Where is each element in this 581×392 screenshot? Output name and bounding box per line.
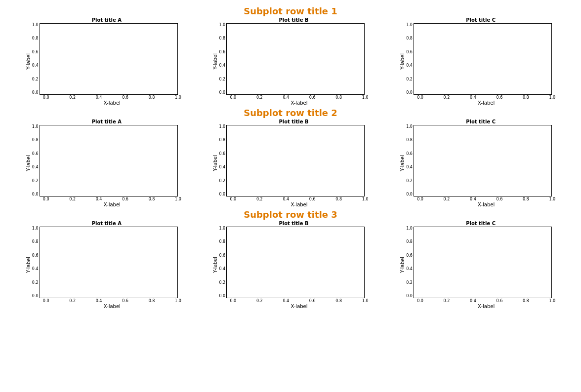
y-tick: 0.4 xyxy=(32,267,39,271)
x-tick: 0.4 xyxy=(283,197,289,201)
y-tick: 0.2 xyxy=(219,78,225,81)
y-tick: 0.0 xyxy=(32,294,39,298)
x-tick: 0.8 xyxy=(149,197,155,201)
plot-area: Plot title C1.00.80.60.40.20.00.00.20.40… xyxy=(406,119,555,207)
plot-area: Plot title B1.00.80.60.40.20.00.00.20.40… xyxy=(219,119,368,207)
plot-area: Plot title C1.00.80.60.40.20.00.00.20.40… xyxy=(406,221,555,309)
y-axis-label: Y-label xyxy=(212,155,218,171)
x-tick: 0.2 xyxy=(256,299,263,303)
x-tick: 0.8 xyxy=(335,197,342,201)
plot-box xyxy=(226,125,365,196)
x-axis-label: X-label xyxy=(417,202,555,207)
x-tick: 1.0 xyxy=(549,95,555,100)
y-ticks: 1.00.80.60.40.20.0 xyxy=(406,227,414,298)
plot-with-yaxis: 1.00.80.60.40.20.0 xyxy=(32,23,181,95)
y-tick: 1.0 xyxy=(32,125,39,129)
x-tick: 0.2 xyxy=(69,197,76,201)
y-ticks: 1.00.80.60.40.20.0 xyxy=(32,125,40,196)
y-tick: 1.0 xyxy=(219,125,225,129)
plot-wrapper-r1-p3: Y-labelPlot title C1.00.80.60.40.20.00.0… xyxy=(400,17,555,106)
y-axis-label: Y-label xyxy=(212,257,218,273)
x-ticks-row: 0.00.20.40.60.81.0 xyxy=(417,95,555,100)
x-ticks-row: 0.00.20.40.60.81.0 xyxy=(43,299,181,303)
plot-area: Plot title A1.00.80.60.40.20.00.00.20.40… xyxy=(32,221,181,309)
plot-wrapper-r3-p3: Y-labelPlot title C1.00.80.60.40.20.00.0… xyxy=(400,221,555,309)
y-tick: 0.2 xyxy=(219,281,225,285)
y-ticks: 1.00.80.60.40.20.0 xyxy=(32,227,40,298)
y-tick: 0.4 xyxy=(219,64,225,68)
plot-box xyxy=(414,125,552,196)
plot-with-yaxis: 1.00.80.60.40.20.0 xyxy=(406,227,555,298)
row-section-1: Subplot row title 1Y-labelPlot title A1.… xyxy=(10,6,571,106)
y-tick: 0.6 xyxy=(32,152,39,156)
y-tick: 1.0 xyxy=(32,23,39,27)
plots-row-3: Y-labelPlot title A1.00.80.60.40.20.00.0… xyxy=(10,221,571,309)
y-axis-label: Y-label xyxy=(26,257,31,273)
plot-title: Plot title B xyxy=(219,119,368,124)
x-tick: 1.0 xyxy=(175,197,181,201)
y-tick: 0.6 xyxy=(32,50,39,54)
row-title-3: Subplot row title 3 xyxy=(244,209,337,220)
row-section-3: Subplot row title 3Y-labelPlot title A1.… xyxy=(10,209,571,309)
x-tick: 0.6 xyxy=(122,197,128,201)
x-tick: 0.4 xyxy=(283,95,289,100)
x-tick: 0.8 xyxy=(335,299,342,303)
y-ticks: 1.00.80.60.40.20.0 xyxy=(406,125,414,196)
x-tick: 0.4 xyxy=(96,197,102,201)
y-tick: 0.8 xyxy=(219,37,225,40)
y-tick: 0.6 xyxy=(219,50,225,54)
plot-with-yaxis: 1.00.80.60.40.20.0 xyxy=(219,23,368,95)
x-tick: 0.6 xyxy=(122,299,128,303)
plot-area: Plot title B1.00.80.60.40.20.00.00.20.40… xyxy=(219,17,368,106)
plot-wrapper-r2-p3: Y-labelPlot title C1.00.80.60.40.20.00.0… xyxy=(400,119,555,207)
row-section-2: Subplot row title 2Y-labelPlot title A1.… xyxy=(10,108,571,207)
plot-title: Plot title C xyxy=(406,221,555,226)
x-tick: 0.2 xyxy=(444,197,450,201)
plot-area: Plot title A1.00.80.60.40.20.00.00.20.40… xyxy=(32,17,181,106)
plot-box xyxy=(226,227,365,298)
x-tick: 1.0 xyxy=(549,299,555,303)
x-tick: 0.6 xyxy=(497,95,503,100)
x-tick: 0.8 xyxy=(149,299,155,303)
x-tick: 1.0 xyxy=(549,197,555,201)
plot-box xyxy=(40,227,178,298)
y-ticks: 1.00.80.60.40.20.0 xyxy=(219,23,226,95)
y-tick: 0.0 xyxy=(219,294,225,298)
y-tick: 0.0 xyxy=(32,193,39,196)
plot-area: Plot title C1.00.80.60.40.20.00.00.20.40… xyxy=(406,17,555,106)
y-tick: 0.4 xyxy=(219,267,225,271)
x-axis-label: X-label xyxy=(230,202,368,207)
plot-with-yaxis: 1.00.80.60.40.20.0 xyxy=(32,125,181,196)
plot-with-yaxis: 1.00.80.60.40.20.0 xyxy=(406,23,555,95)
plot-area: Plot title B1.00.80.60.40.20.00.00.20.40… xyxy=(219,221,368,309)
plot-with-yaxis: 1.00.80.60.40.20.0 xyxy=(32,227,181,298)
y-tick: 0.0 xyxy=(406,294,413,298)
x-axis-label: X-label xyxy=(43,304,181,309)
x-tick: 0.8 xyxy=(149,95,155,100)
x-tick: 0.6 xyxy=(122,95,128,100)
y-tick: 0.6 xyxy=(219,254,225,258)
x-tick: 0.6 xyxy=(497,299,503,303)
y-ticks: 1.00.80.60.40.20.0 xyxy=(219,227,226,298)
y-tick: 1.0 xyxy=(406,125,413,129)
x-axis-label: X-label xyxy=(417,304,555,309)
y-axis-label: Y-label xyxy=(400,257,405,273)
x-tick: 0.0 xyxy=(230,197,236,201)
x-tick: 0.8 xyxy=(335,95,342,100)
x-tick: 0.8 xyxy=(523,95,529,100)
x-axis-label: X-label xyxy=(230,100,368,106)
x-tick: 0.4 xyxy=(470,299,476,303)
y-tick: 1.0 xyxy=(406,227,413,231)
y-tick: 0.4 xyxy=(32,64,39,68)
plot-box xyxy=(40,23,178,95)
y-tick: 1.0 xyxy=(32,227,39,231)
y-tick: 0.2 xyxy=(32,179,39,183)
plot-area: Plot title A1.00.80.60.40.20.00.00.20.40… xyxy=(32,119,181,207)
plot-title: Plot title A xyxy=(32,17,181,23)
y-tick: 0.4 xyxy=(219,165,225,169)
x-tick: 0.2 xyxy=(69,299,76,303)
y-tick: 0.2 xyxy=(32,281,39,285)
y-tick: 0.6 xyxy=(32,254,39,258)
plot-with-yaxis: 1.00.80.60.40.20.0 xyxy=(406,125,555,196)
y-tick: 0.6 xyxy=(406,152,413,156)
